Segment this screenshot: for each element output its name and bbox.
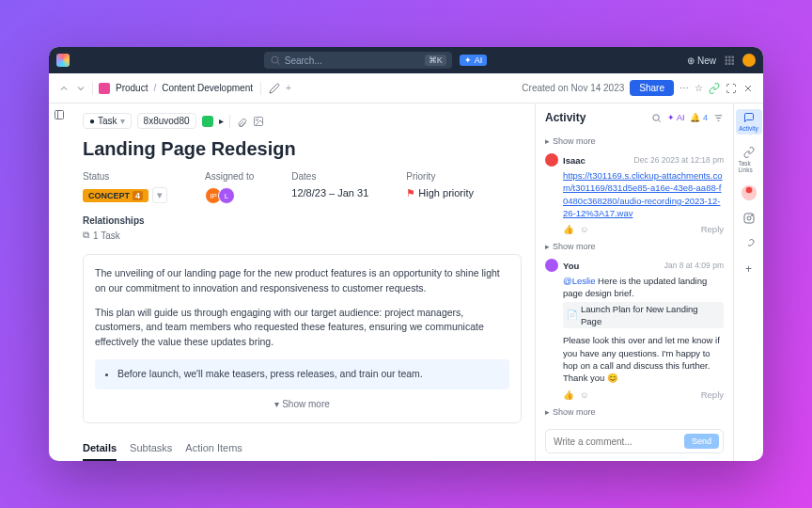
send-button[interactable]: Send [684,434,719,449]
assigned-label: Assigned to [205,171,254,182]
relationships-label: Relationships [83,215,522,226]
show-more-activity[interactable]: ▸ Show more [545,136,724,146]
close-icon[interactable] [742,83,754,94]
breadcrumb-space[interactable]: Product [116,83,148,93]
more-icon[interactable]: ⋯ [679,83,689,93]
svg-rect-8 [728,63,731,66]
priority-value[interactable]: ⚑ High priority [406,187,474,199]
show-more-activity[interactable]: ▸ Show more [545,242,724,251]
edit-icon[interactable] [269,83,280,94]
rail-add[interactable]: + [745,262,752,276]
dates-label: Dates [291,171,368,182]
callout: Before launch, we'll make teasers, press… [95,359,509,389]
svg-point-0 [272,56,278,63]
like-icon[interactable]: 👍 [563,389,574,400]
attachment-icon[interactable] [236,116,247,127]
activity-title: Activity [545,111,586,124]
ai-button[interactable]: ✦ AI [460,55,488,66]
space-icon [99,83,110,94]
comment-text: Please look this over and let me know if… [563,334,724,384]
comment-author: You [563,261,579,271]
svg-rect-10 [55,111,64,119]
comment-ts: Dec 26 2023 at 12:18 pm [634,155,724,165]
like-icon[interactable]: 👍 [563,224,574,234]
task-title[interactable]: Landing Page Redesign [83,138,522,160]
image-icon[interactable] [253,116,264,127]
mention[interactable]: @Leslie [563,276,595,286]
description-box[interactable]: The unveiling of our landing page for th… [83,254,522,423]
tab-details[interactable]: Details [83,437,117,461]
comment-avatar [545,259,558,272]
comment-composer[interactable]: Send [545,429,724,453]
instagram-icon [743,213,755,224]
rail-clip[interactable] [742,185,757,200]
tab-action-items[interactable]: Action Items [185,437,242,461]
priority-label: Priority [406,171,474,182]
desc-p2: This plan will guide us through engaging… [95,306,509,350]
svg-rect-7 [726,63,728,66]
svg-rect-6 [732,59,735,62]
created-date: Created on Nov 14 2023 [522,83,624,93]
play-button[interactable]: ▸ [219,116,224,126]
user-avatar[interactable] [742,54,756,67]
breadcrumb-folder[interactable]: Content Development [162,83,253,93]
record-icon [744,185,754,195]
collapse-icon[interactable] [54,109,65,120]
svg-rect-2 [728,56,731,59]
relationship-item[interactable]: ⧉ 1 Task [83,230,522,241]
doc-chip[interactable]: 📄 Launch Plan for New Landing Page [563,302,724,329]
status-dot[interactable] [202,116,213,127]
chat-icon [743,112,755,123]
notifications-button[interactable]: 🔔 4 [690,113,708,122]
svg-point-15 [745,187,752,194]
share-link-icon [743,239,755,250]
new-button[interactable]: ⊕ New [687,56,716,66]
search-input[interactable]: Search... ⌘K [264,52,452,69]
status-label: Status [83,171,167,182]
status-next-icon[interactable]: ▾ [152,187,167,203]
svg-rect-5 [728,59,731,62]
svg-rect-3 [732,56,735,59]
rail-activity[interactable]: Activity [736,109,762,135]
callout-bullet: Before launch, we'll make teasers, press… [117,367,500,382]
comment-author: Isaac [563,155,586,166]
add-button[interactable]: + [286,83,291,93]
apps-icon[interactable] [724,55,735,66]
chevron-up-icon[interactable] [58,83,70,94]
comment-link[interactable]: https://t301169.s.clickup-attachments.co… [563,170,723,218]
activity-ai-button[interactable]: ✦ AI [667,113,685,122]
reply-button[interactable]: Reply [701,224,724,234]
rail-task-links[interactable]: Task Links [736,144,762,176]
task-id-chip[interactable]: 8x8uvod80 [137,113,196,129]
copy-link-icon[interactable] [709,83,720,94]
task-type-chip[interactable]: ● Task ▾ [83,113,132,129]
search-activity-icon[interactable] [651,113,662,123]
rail-link[interactable] [736,236,762,253]
assignees[interactable]: IP L [205,187,254,204]
app-logo[interactable] [56,54,70,67]
svg-point-12 [256,119,258,120]
dates-value[interactable]: 12/8/23 – Jan 31 [291,187,368,198]
reply-button[interactable]: Reply [701,389,724,400]
tab-subtasks[interactable]: Subtasks [130,437,172,461]
kbd-shortcut: ⌘K [425,55,446,66]
react-icon[interactable]: ☺ [580,389,589,400]
status-chip[interactable]: CONCEPT 4 [83,189,148,202]
star-icon[interactable]: ☆ [695,83,703,93]
svg-point-14 [653,114,659,119]
rail-instagram[interactable] [736,210,762,227]
comment-avatar [545,153,558,167]
react-icon[interactable]: ☺ [580,224,589,234]
show-more-button[interactable]: ▾ Show more [95,397,509,411]
show-more-activity[interactable]: ▸ Show more [545,407,724,417]
filter-icon[interactable] [713,113,724,123]
expand-icon[interactable] [726,83,737,94]
svg-rect-4 [726,59,728,62]
svg-point-17 [747,216,751,220]
search-icon [270,55,281,66]
share-button[interactable]: Share [630,80,674,96]
link-icon [743,147,755,158]
comment-input[interactable] [554,437,679,447]
chevron-down-icon[interactable] [75,83,86,94]
search-placeholder: Search... [285,56,322,66]
